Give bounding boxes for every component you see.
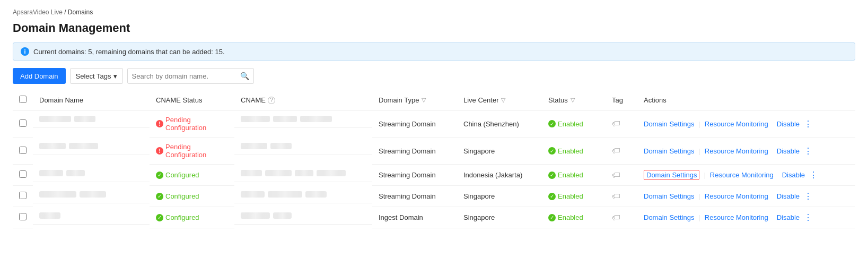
live-center-cell: Singapore xyxy=(457,138,542,165)
chevron-down-icon: ▾ xyxy=(113,72,117,80)
action-divider: | xyxy=(698,147,700,155)
actions-cell: Domain Settings | Resource Monitoring Di… xyxy=(637,207,855,228)
select-all-checkbox[interactable] xyxy=(19,96,27,103)
search-input[interactable] xyxy=(132,72,238,80)
domain-type-filter-icon[interactable]: ▽ xyxy=(422,97,426,104)
cname-cell xyxy=(234,110,372,128)
cname-blurred xyxy=(241,191,265,198)
actions-container: Domain Settings | Resource Monitoring Di… xyxy=(644,191,849,201)
domain-settings-link[interactable]: Domain Settings xyxy=(644,147,694,155)
action-divider: | xyxy=(698,120,700,128)
domain-name-cell xyxy=(33,110,150,128)
tag-cell: 🏷 xyxy=(606,110,637,138)
domain-name-blurred xyxy=(80,191,106,198)
status-configured: ✓ Configured xyxy=(156,171,228,179)
tag-icon[interactable]: 🏷 xyxy=(612,213,620,222)
status-enabled: ✓ Enabled xyxy=(548,147,599,155)
enabled-check-icon: ✓ xyxy=(548,120,556,127)
row-checkbox[interactable] xyxy=(19,192,27,199)
th-tag: Tag xyxy=(606,90,637,110)
row-checkbox[interactable] xyxy=(19,213,27,220)
cname-blurred xyxy=(241,143,267,149)
tag-cell: 🏷 xyxy=(606,138,637,165)
table-row: ✓ Configured Streaming DomainIndonesia (… xyxy=(13,165,855,186)
domain-name-cell xyxy=(33,186,150,203)
enabled-check-icon: ✓ xyxy=(548,172,556,179)
table-header-row: Domain Name CNAME Status CNAME ? Domain … xyxy=(13,90,855,110)
status-filter-icon[interactable]: ▽ xyxy=(571,97,575,104)
tag-icon[interactable]: 🏷 xyxy=(612,146,620,155)
domain-settings-link[interactable]: Domain Settings xyxy=(644,213,694,221)
domain-settings-link[interactable]: Domain Settings xyxy=(644,192,694,200)
enabled-text: Enabled xyxy=(558,147,583,155)
cname-status-cell: ✓ Configured xyxy=(150,165,234,186)
tag-icon[interactable]: 🏷 xyxy=(612,192,620,201)
cname-cell xyxy=(234,186,372,203)
cname-status-cell: ! Pending Configuration xyxy=(150,110,234,138)
page-title: Domain Management xyxy=(13,21,855,35)
tag-icon[interactable]: 🏷 xyxy=(612,170,620,179)
pending-icon: ! xyxy=(156,120,163,127)
row-checkbox[interactable] xyxy=(19,170,27,178)
cname-blurred xyxy=(268,191,302,198)
resource-monitoring-link[interactable]: Resource Monitoring xyxy=(705,147,768,155)
row-checkbox[interactable] xyxy=(19,147,27,154)
search-icon[interactable]: 🔍 xyxy=(240,72,249,80)
cname-cell xyxy=(234,165,372,182)
status-enabled: ✓ Enabled xyxy=(548,120,599,128)
status-cell: ✓ Enabled xyxy=(542,110,606,138)
select-tags-button[interactable]: Select Tags ▾ xyxy=(70,68,123,84)
resource-monitoring-link[interactable]: Resource Monitoring xyxy=(710,171,774,179)
more-actions-icon[interactable]: ⋮ xyxy=(804,212,812,222)
info-banner: i Current domains: 5, remaining domains … xyxy=(13,42,855,61)
status-cell: ✓ Enabled xyxy=(542,138,606,165)
info-banner-text: Current domains: 5, remaining domains th… xyxy=(33,48,225,56)
domain-name-blurred xyxy=(39,143,66,149)
more-actions-icon[interactable]: ⋮ xyxy=(809,170,818,180)
cname-blurred xyxy=(305,191,327,198)
search-box: 🔍 xyxy=(127,68,254,84)
more-actions-icon[interactable]: ⋮ xyxy=(804,119,812,129)
cname-blurred xyxy=(241,116,270,122)
enabled-text: Enabled xyxy=(558,120,583,128)
actions-cell: Domain Settings | Resource Monitoring Di… xyxy=(637,138,855,165)
live-center-filter-icon[interactable]: ▽ xyxy=(501,97,505,104)
live-center-cell: China (Shenzhen) xyxy=(457,110,542,138)
cname-help-icon[interactable]: ? xyxy=(268,97,275,104)
status-pending: ! Pending Configuration xyxy=(156,143,228,159)
more-actions-icon[interactable]: ⋮ xyxy=(804,191,812,201)
breadcrumb-current: Domains xyxy=(68,8,93,16)
table-row: ! Pending Configuration Streaming Domain… xyxy=(13,110,855,138)
status-configured: ✓ Configured xyxy=(156,213,228,221)
resource-monitoring-link[interactable]: Resource Monitoring xyxy=(705,192,768,200)
actions-cell: Domain Settings | Resource Monitoring Di… xyxy=(637,165,855,186)
add-domain-button[interactable]: Add Domain xyxy=(13,68,66,84)
disable-link[interactable]: Disable xyxy=(777,192,800,200)
disable-link[interactable]: Disable xyxy=(777,120,800,128)
th-live-center-label: Live Center xyxy=(463,96,498,104)
th-domain-type: Domain Type ▽ xyxy=(372,90,457,110)
row-checkbox[interactable] xyxy=(19,119,27,127)
domain-settings-link[interactable]: Domain Settings xyxy=(644,170,699,180)
cname-status-cell: ✓ Configured xyxy=(150,186,234,207)
disable-link[interactable]: Disable xyxy=(777,147,800,155)
configured-text: Configured xyxy=(165,192,199,200)
breadcrumb-parent[interactable]: ApsaraVideo Live xyxy=(13,8,63,16)
cname-blurred xyxy=(317,170,346,176)
page-container: ApsaraVideo Live / Domains Domain Manage… xyxy=(0,0,868,237)
disable-link[interactable]: Disable xyxy=(782,171,805,179)
resource-monitoring-link[interactable]: Resource Monitoring xyxy=(705,213,768,221)
select-tags-label: Select Tags xyxy=(76,72,111,80)
tag-icon[interactable]: 🏷 xyxy=(612,119,620,128)
configured-text: Configured xyxy=(165,171,199,179)
enabled-check-icon: ✓ xyxy=(548,193,556,200)
action-divider: | xyxy=(704,171,705,179)
resource-monitoring-link[interactable]: Resource Monitoring xyxy=(705,120,768,128)
domain-settings-link[interactable]: Domain Settings xyxy=(644,120,694,128)
disable-link[interactable]: Disable xyxy=(777,213,800,221)
enabled-text: Enabled xyxy=(558,192,583,200)
th-domain-type-label: Domain Type xyxy=(379,96,419,104)
actions-container: Domain Settings | Resource Monitoring Di… xyxy=(644,170,849,180)
more-actions-icon[interactable]: ⋮ xyxy=(804,146,812,156)
check-icon: ✓ xyxy=(156,193,163,200)
